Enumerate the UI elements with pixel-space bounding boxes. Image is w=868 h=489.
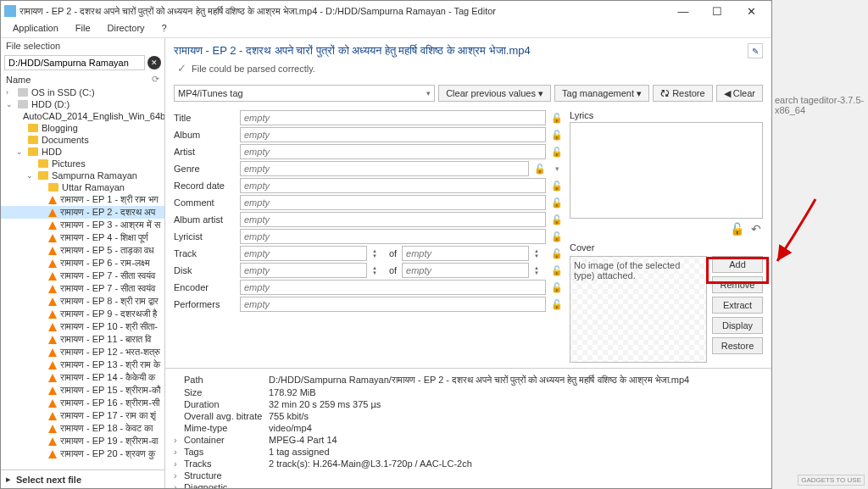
record_date-input[interactable] <box>240 178 546 193</box>
comment-input[interactable] <box>240 195 546 210</box>
disk-input[interactable] <box>240 263 367 278</box>
tree-row[interactable]: रामायण - EP 18 - केवट का <box>1 422 164 435</box>
detail-row[interactable]: ›Tracks2 track(s): H.264-Main@L3.1-720p … <box>174 458 763 470</box>
tree-row[interactable]: Pictures <box>1 158 164 169</box>
vlc-icon <box>48 285 57 293</box>
drive-icon <box>18 88 28 97</box>
cover-restore-button[interactable]: Restore <box>712 337 763 354</box>
check-icon: ✓ <box>177 62 186 75</box>
tree-row[interactable]: रामायण - EP 6 - राम-लक्ष्म <box>1 257 164 270</box>
menu-help[interactable]: ? <box>153 21 175 37</box>
close-button[interactable]: ✕ <box>734 2 768 20</box>
lock-icon[interactable]: 🔓 <box>551 113 563 124</box>
detail-row[interactable]: ›Structure <box>174 470 763 481</box>
cover-extract-button[interactable]: Extract <box>712 297 763 314</box>
tree-row[interactable]: रामायण - EP 11 - बारात वि <box>1 333 164 346</box>
sidebar: File selection ✕ Name ⟳ ›OS in SSD (C:)⌄… <box>1 38 165 488</box>
track-total-input[interactable] <box>402 246 529 261</box>
app-icon <box>4 5 16 17</box>
detail-row[interactable]: ›Tags1 tag assigned <box>174 446 763 458</box>
lock-icon[interactable]: 🔓 <box>551 282 563 293</box>
detail-row: Size178.92 MiB <box>174 386 763 398</box>
tree-row[interactable]: ›OS in SSD (C:) <box>1 86 164 98</box>
clear-previous-button[interactable]: Clear previous values ▾ <box>438 85 551 102</box>
title-input[interactable] <box>240 110 546 125</box>
tree-row[interactable]: रामायण - EP 7 - सीता स्वयंव <box>1 282 164 295</box>
menu-file[interactable]: File <box>67 21 99 37</box>
unlock-icon[interactable]: 🔓 <box>730 222 744 236</box>
tree-row[interactable]: ⌄Sampurna Ramayan <box>1 169 164 181</box>
cover-display-button[interactable]: Display <box>712 317 763 334</box>
album_artist-input[interactable] <box>240 212 546 227</box>
menu-application[interactable]: Application <box>4 21 67 37</box>
tree-row[interactable]: रामायण - EP 3 - आश्रम में स <box>1 219 164 231</box>
lock-icon[interactable]: 🔓 <box>551 130 563 141</box>
tree-row[interactable]: ⌄HDD <box>1 146 164 158</box>
lock-icon[interactable]: 🔓 <box>551 231 563 242</box>
tree-row[interactable]: रामायण - EP 4 - शिक्षा पूर्ण <box>1 231 164 244</box>
artist-input[interactable] <box>240 144 546 159</box>
tree-row[interactable]: रामायण - EP 13 - श्री राम के <box>1 358 164 371</box>
performers-input[interactable] <box>240 297 546 312</box>
tree-row[interactable]: रामायण - EP 10 - श्री सीता- <box>1 320 164 333</box>
tree-row[interactable]: Uttar Ramayan <box>1 181 164 193</box>
tree-row[interactable]: रामायण - EP 1 - श्री राम भग <box>1 193 164 206</box>
tree-row[interactable]: रामायण - EP 9 - दशरथजी है <box>1 308 164 320</box>
menu-directory[interactable]: Directory <box>99 21 153 37</box>
vlc-icon <box>48 374 57 382</box>
tag-management-button[interactable]: Tag management ▾ <box>554 85 649 102</box>
lock-icon[interactable]: 🔓 <box>551 299 563 310</box>
tree-row[interactable]: रामायण - EP 2 - दशरथ अप <box>1 206 164 219</box>
path-clear-icon[interactable]: ✕ <box>147 56 161 69</box>
sidebar-footer[interactable]: ▸ Select next file <box>1 470 164 488</box>
tree-row[interactable]: AutoCAD_2014_English_Win_64b <box>1 110 164 122</box>
tree-row[interactable]: रामायण - EP 17 - राम का शृं <box>1 409 164 422</box>
tree-row[interactable]: Documents <box>1 134 164 146</box>
file-tree[interactable]: ›OS in SSD (C:)⌄HDD (D:)AutoCAD_2014_Eng… <box>1 86 164 470</box>
tree-row[interactable]: रामायण - EP 5 - ताड़का वध <box>1 244 164 257</box>
genre-input[interactable] <box>240 161 529 176</box>
tree-row[interactable]: रामायण - EP 15 - श्रीराम-कौ <box>1 384 164 397</box>
lyrics-textarea[interactable] <box>570 122 763 219</box>
dropdown-icon[interactable]: ▾ <box>551 164 563 173</box>
minimize-button[interactable]: — <box>666 2 700 20</box>
track-input[interactable] <box>240 246 367 261</box>
lock-icon[interactable]: 🔓 <box>551 197 563 208</box>
tag-type-select[interactable]: MP4/iTunes tag <box>174 85 435 102</box>
name-column[interactable]: Name <box>6 75 31 85</box>
lock-icon[interactable]: 🔓 <box>534 164 546 175</box>
lock-icon[interactable]: 🔓 <box>551 265 563 276</box>
maximize-button[interactable]: ☐ <box>700 2 734 20</box>
tree-label: AutoCAD_2014_English_Win_64b <box>23 111 164 121</box>
tree-row[interactable]: रामायण - EP 12 - भरत-शत्रु <box>1 346 164 358</box>
tree-row[interactable]: रामायण - EP 8 - श्री राम द्वार <box>1 295 164 308</box>
cover-remove-button[interactable]: Remove <box>712 276 763 293</box>
path-input[interactable] <box>4 55 145 70</box>
lock-icon[interactable]: 🔓 <box>551 248 563 259</box>
tree-row[interactable]: रामायण - EP 14 - कैकेयी क <box>1 371 164 384</box>
detail-row[interactable]: ›Diagnostic messages <box>174 481 763 488</box>
tree-row[interactable]: रामायण - EP 19 - श्रीराम-वा <box>1 435 164 447</box>
refresh-icon[interactable]: ⟳ <box>152 74 159 85</box>
tree-row[interactable]: रामायण - EP 7 - सीता स्वयंव <box>1 270 164 282</box>
album-input[interactable] <box>240 127 546 142</box>
field-album: Album🔓 <box>174 127 563 142</box>
lyricist-input[interactable] <box>240 229 546 244</box>
detail-row[interactable]: ›ContainerMPEG-4 Part 14 <box>174 434 763 446</box>
lock-icon[interactable]: 🔓 <box>551 147 563 158</box>
restore-button[interactable]: 🗘 Restore <box>653 85 713 102</box>
tree-row[interactable]: रामायण - EP 20 - श्रवण कु <box>1 447 164 460</box>
cover-add-button[interactable]: Add <box>712 256 763 273</box>
encoder-input[interactable] <box>240 280 546 295</box>
tree-row[interactable]: ⌄HDD (D:) <box>1 98 164 110</box>
lock-icon[interactable]: 🔓 <box>551 214 563 225</box>
vlc-icon <box>48 310 57 319</box>
undo-icon[interactable]: ↶ <box>751 222 761 236</box>
tree-row[interactable]: Blogging <box>1 122 164 134</box>
disk-total-input[interactable] <box>402 263 529 278</box>
tree-row[interactable]: रामायण - EP 16 - श्रीराम-सी <box>1 397 164 409</box>
edit-icon[interactable]: ✎ <box>748 43 763 58</box>
lock-icon[interactable]: 🔓 <box>551 181 563 192</box>
clear-button[interactable]: ◀ Clear <box>716 85 763 102</box>
field-genre: Genre🔓▾ <box>174 161 563 176</box>
